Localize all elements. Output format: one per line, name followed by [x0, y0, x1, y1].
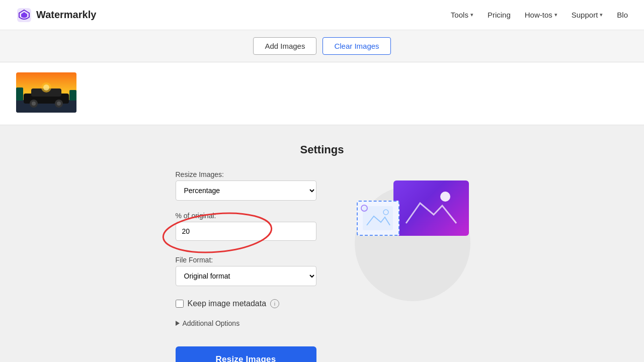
svg-point-16	[440, 192, 450, 202]
diagram-resized-image	[393, 180, 469, 236]
diagram-mountain-icon-large	[401, 186, 461, 231]
support-chevron-icon: ▾	[600, 12, 603, 18]
svg-point-8	[57, 102, 61, 106]
resize-mode-select[interactable]: Percentage Pixels Longest Side	[176, 180, 316, 201]
resize-diagram: 5760×3840 → 1152×768	[357, 180, 469, 252]
svg-point-6	[32, 102, 36, 106]
file-format-group: File Format: Original format JPEG PNG WE…	[176, 256, 327, 286]
settings-body: Resize Images: Percentage Pixels Longest…	[176, 170, 469, 362]
percent-input[interactable]	[176, 222, 316, 241]
nav-tools[interactable]: Tools ▾	[451, 11, 473, 19]
nav-howtos[interactable]: How-tos ▾	[525, 11, 557, 19]
svg-point-10	[43, 84, 49, 90]
image-strip	[0, 62, 644, 125]
metadata-row: Keep image metadata i	[176, 299, 327, 308]
percent-label: % of original:	[176, 212, 327, 220]
toolbar: Add Images Clear Images	[0, 30, 644, 62]
svg-rect-11	[16, 87, 23, 101]
logo-icon	[16, 7, 32, 23]
navbar: Watermarkly Tools ▾ Pricing How-tos ▾ Su…	[0, 0, 644, 30]
file-format-select[interactable]: Original format JPEG PNG WEBP	[176, 266, 316, 286]
toggle-arrow-icon	[176, 321, 180, 326]
additional-options-toggle[interactable]: Additional Options	[176, 319, 327, 327]
nav-pricing[interactable]: Pricing	[488, 11, 511, 19]
percent-input-section	[176, 222, 316, 241]
settings-form: Resize Images: Percentage Pixels Longest…	[176, 170, 327, 362]
image-thumbnail[interactable]	[16, 72, 76, 113]
keep-metadata-label: Keep image metadata	[188, 299, 267, 308]
resize-mode-group: Resize Images: Percentage Pixels Longest…	[176, 170, 327, 201]
tools-chevron-icon: ▾	[470, 12, 473, 18]
nav-links: Tools ▾ Pricing How-tos ▾ Support ▾ Blo	[451, 11, 628, 19]
logo-text: Watermarkly	[36, 9, 96, 21]
howtos-chevron-icon: ▾	[554, 12, 557, 18]
percent-group: % of original:	[176, 212, 327, 241]
file-format-label: File Format:	[176, 256, 327, 264]
additional-options-label: Additional Options	[183, 319, 240, 327]
diagram-original-image	[357, 201, 399, 236]
nav-support[interactable]: Support ▾	[572, 11, 603, 19]
add-images-button[interactable]: Add Images	[253, 37, 316, 55]
main-content: Settings Resize Images: Percentage Pixel…	[0, 125, 644, 362]
logo[interactable]: Watermarkly	[16, 7, 96, 23]
resize-images-label: Resize Images:	[176, 170, 327, 178]
info-icon: i	[270, 299, 279, 308]
keep-metadata-checkbox[interactable]	[176, 300, 184, 308]
diagram-small-circle	[361, 205, 368, 212]
svg-rect-12	[69, 90, 76, 101]
clear-images-button[interactable]: Clear Images	[323, 37, 390, 55]
nav-blog[interactable]: Blo	[617, 11, 628, 19]
resize-images-button[interactable]: Resize Images	[176, 346, 316, 362]
diagram-images	[357, 180, 469, 236]
settings-title: Settings	[300, 143, 344, 156]
